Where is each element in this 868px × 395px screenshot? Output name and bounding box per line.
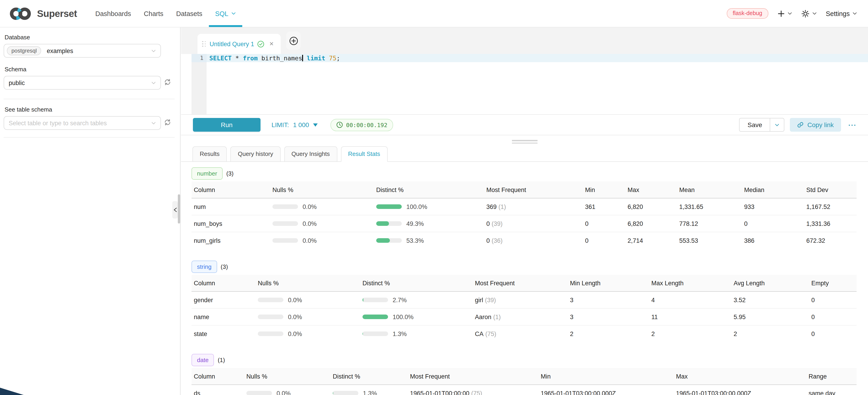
column-header-std-dev: Std Dev <box>804 186 857 193</box>
frequent-count: (1) <box>493 313 501 320</box>
save-button[interactable]: Save <box>739 118 770 132</box>
stat-cell: girl(39) <box>473 297 568 303</box>
percentage-bar <box>272 221 298 226</box>
nav-item-sql[interactable]: SQL <box>209 0 242 27</box>
sql-token: limit <box>307 54 325 62</box>
sqllab-sidebar: Database postgresql examples Schema publ… <box>0 27 181 395</box>
theme-toggle[interactable] <box>801 9 816 18</box>
query-tabstrip: Untitled Query 1 ✕ <box>181 27 868 54</box>
collapse-sidebar-button[interactable] <box>172 201 178 218</box>
percentage-label: 0.0% <box>303 220 317 227</box>
check-circle-icon <box>257 40 264 47</box>
sql-token: 75 <box>329 54 337 62</box>
sidebar-scrollbar-thumb[interactable] <box>178 194 180 223</box>
stat-cell: 1965-01-01T00:00:00(75) <box>408 390 538 395</box>
settings-menu[interactable]: Settings <box>826 10 857 17</box>
superset-logo[interactable]: Superset <box>9 6 77 21</box>
table-row: state0.0%1.3%CA(75)2220 <box>191 325 857 342</box>
close-tab-icon[interactable]: ✕ <box>269 41 274 47</box>
new-item-button[interactable] <box>777 10 792 17</box>
refresh-schemas-button[interactable] <box>164 78 173 87</box>
stat-cell: state <box>191 330 255 337</box>
nav-item-label: Charts <box>144 10 163 17</box>
frequent-count: (36) <box>492 237 502 244</box>
stat-cell: 0.0% <box>270 203 374 210</box>
frequent-value: 0 <box>486 237 490 244</box>
query-tab[interactable]: Untitled Query 1 ✕ <box>197 34 281 54</box>
result-tab-result-stats[interactable]: Result Stats <box>341 146 388 162</box>
table-select-placeholder: Select table or type to search tables <box>7 120 107 126</box>
result-tab-query-insights[interactable]: Query Insights <box>284 146 337 162</box>
result-tab-results[interactable]: Results <box>192 146 227 162</box>
stat-cell: gender <box>191 297 255 303</box>
sql-code-line[interactable]: SELECT * from birth_names limit 75; <box>207 54 868 62</box>
nav-item-datasets[interactable]: Datasets <box>170 0 209 27</box>
limit-label: LIMIT: <box>272 121 289 128</box>
nav-item-dashboards[interactable]: Dashboards <box>89 0 137 27</box>
table-select[interactable]: Select table or type to search tables <box>4 116 161 130</box>
sql-token <box>232 54 236 62</box>
column-header-column: Column <box>191 279 255 286</box>
percentage-bar <box>272 238 298 243</box>
stat-cell: 0 <box>809 297 857 303</box>
stat-cell: 6,820 <box>625 220 677 227</box>
copy-link-button[interactable]: Copy link <box>790 118 841 132</box>
stat-cell: 361 <box>583 203 625 210</box>
table-header-row: ColumnNulls %Distinct %Most FrequentMinM… <box>191 182 857 199</box>
table-row: num_girls0.0%53.3%0(36)02,714553.5338667… <box>191 232 857 249</box>
column-header-column: Column <box>191 186 270 193</box>
column-header-most-frequent: Most Frequent <box>484 186 583 193</box>
table-header-row: ColumnNulls %Distinct %Most FrequentMinM… <box>191 368 857 385</box>
percentage-label: 0.0% <box>303 203 317 210</box>
limit-value: 1 000 <box>293 121 309 128</box>
sql-token: * <box>236 54 239 62</box>
brand-name: Superset <box>37 8 77 19</box>
stat-cell: 2 <box>731 330 809 337</box>
save-options-button[interactable] <box>770 118 784 132</box>
type-badge-string: string <box>191 261 217 273</box>
refresh-tables-button[interactable] <box>164 118 173 127</box>
sql-editor[interactable]: SELECT * from birth_names limit 75; 1 <box>181 54 868 114</box>
stat-cell: 3 <box>568 297 649 303</box>
line-number: 1 <box>191 54 207 62</box>
percentage-bar <box>363 314 388 319</box>
stat-cell: 1965-01-01T03:00:00.000Z <box>538 390 674 395</box>
stat-cell: 53.3% <box>374 237 484 244</box>
stats-section-number: number(3)ColumnNulls %Distinct %Most Fre… <box>191 167 857 249</box>
new-query-tab-button[interactable] <box>286 32 301 50</box>
stat-cell: 0 <box>583 220 625 227</box>
stat-cell: 0 <box>809 313 857 320</box>
chevron-left-icon <box>174 208 177 212</box>
sql-token <box>239 54 243 62</box>
percentage-label: 0.0% <box>277 390 291 395</box>
stat-cell: 2 <box>649 330 731 337</box>
panel-resize-handle[interactable] <box>512 140 537 144</box>
frequent-count: (75) <box>486 330 496 337</box>
percentage-label: 100.0% <box>406 203 427 210</box>
settings-label: Settings <box>826 10 850 17</box>
result-tab-query-history[interactable]: Query history <box>230 146 281 162</box>
run-button[interactable]: Run <box>193 118 260 132</box>
chevron-down-icon <box>775 123 780 126</box>
limit-dropdown[interactable]: LIMIT: 1 000 <box>272 121 318 128</box>
drag-handle-icon <box>202 41 206 47</box>
database-value: examples <box>45 47 73 54</box>
elapsed-time: 00:00:00.192 <box>346 121 388 128</box>
percentage-label: 2.7% <box>393 297 407 303</box>
stat-cell: 778.12 <box>677 220 742 227</box>
schema-select[interactable]: public <box>4 76 161 90</box>
frequent-count: (1) <box>498 203 506 210</box>
stat-cell: 100.0% <box>360 313 473 320</box>
editor-toolbar: Run LIMIT: 1 000 00:00:00.192 Save <box>181 114 868 135</box>
nav-item-charts[interactable]: Charts <box>137 0 169 27</box>
percentage-label: 100.0% <box>393 313 414 320</box>
database-select[interactable]: postgresql examples <box>4 44 161 58</box>
column-header-min-length: Min Length <box>568 279 649 286</box>
more-actions-button[interactable]: ··· <box>848 121 857 129</box>
sql-token: birth_names <box>257 54 302 62</box>
nav-menu: DashboardsChartsDatasetsSQL <box>89 0 242 27</box>
chevron-down-icon <box>151 49 156 52</box>
stat-cell: name <box>191 313 255 320</box>
stat-cell: num_girls <box>191 237 270 244</box>
column-header-min: Min <box>583 186 625 193</box>
